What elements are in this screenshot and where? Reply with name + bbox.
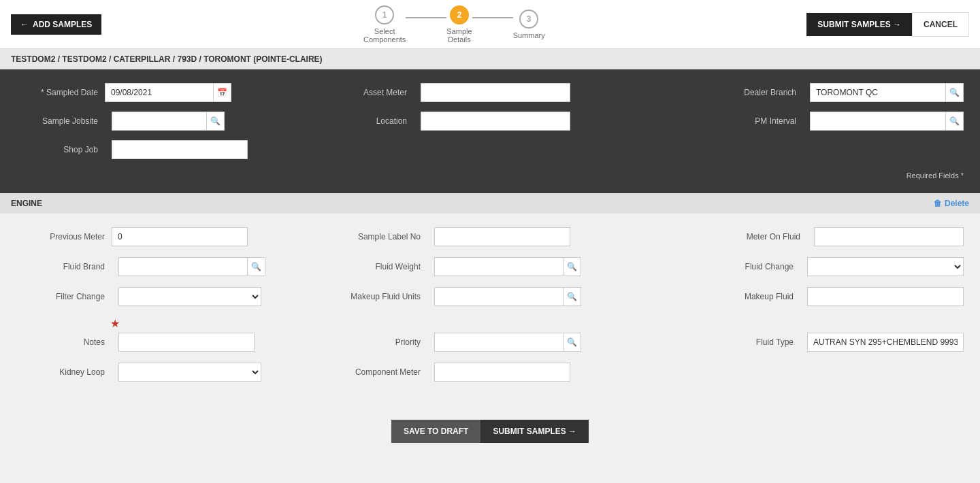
previous-meter-group: Previous Meter <box>16 227 332 246</box>
sampled-date-input-group: 📅 <box>105 83 231 102</box>
meter-on-fluid-input[interactable] <box>814 227 964 246</box>
shop-job-group: Shop Job <box>16 140 964 159</box>
step-3: 3 Summary <box>513 10 545 39</box>
engine-row-5: Kidney Loop Component Meter <box>16 363 964 382</box>
filter-change-label: Filter Change <box>16 292 105 301</box>
sampled-date-input[interactable] <box>105 83 214 102</box>
fluid-change-group: Fluid Change <box>648 257 964 276</box>
dealer-branch-search-icon[interactable]: 🔍 <box>946 83 964 102</box>
pm-interval-label: PM Interval <box>721 116 796 126</box>
bottom-bar: SAVE TO DRAFT SUBMIT SAMPLES → <box>0 406 980 456</box>
filter-change-select[interactable] <box>118 287 261 306</box>
engine-row-2: Fluid Brand 🔍 Fluid Weight 🔍 Fluid Chang… <box>16 257 964 276</box>
filter-change-group: Filter Change <box>16 287 332 306</box>
fluid-weight-label: Fluid Weight <box>332 262 421 271</box>
priority-search-icon[interactable]: 🔍 <box>564 333 581 352</box>
stepper: 1 SelectComponents 2 SampleDetails 3 Sum… <box>363 5 545 44</box>
component-meter-label: Component Meter <box>332 367 421 377</box>
makeup-fluid-units-label: Makeup Fluid Units <box>332 292 421 301</box>
priority-input[interactable] <box>434 333 564 352</box>
asset-meter-label: Asset Meter <box>332 88 407 97</box>
fluid-type-group: Fluid Type <box>648 333 964 352</box>
fluid-brand-group: Fluid Brand 🔍 <box>16 257 332 276</box>
makeup-fluid-units-search-icon[interactable]: 🔍 <box>564 287 581 306</box>
top-form-section: * Sampled Date 📅 Asset Meter Dealer Bran… <box>0 69 980 193</box>
dealer-branch-label: Dealer Branch <box>721 88 796 97</box>
required-note: Required Fields * <box>16 169 964 182</box>
sample-jobsite-search-icon[interactable]: 🔍 <box>207 112 225 131</box>
asset-meter-group: Asset Meter <box>332 83 648 102</box>
sample-label-no-input[interactable] <box>434 227 570 246</box>
fluid-brand-search-icon[interactable]: 🔍 <box>248 257 265 276</box>
fluid-type-input[interactable] <box>807 333 964 352</box>
submit-samples-button[interactable]: SUBMIT SAMPLES → <box>806 13 912 36</box>
fluid-change-select[interactable] <box>807 257 964 276</box>
kidney-loop-select[interactable] <box>118 363 261 382</box>
cancel-button[interactable]: CANCEL <box>912 12 969 37</box>
step-2-label: SampleDetails <box>446 27 472 44</box>
makeup-fluid-units-input[interactable] <box>434 287 564 306</box>
form-row-1: * Sampled Date 📅 Asset Meter Dealer Bran… <box>16 83 964 102</box>
pm-interval-search-icon[interactable]: 🔍 <box>946 112 964 131</box>
meter-on-fluid-group: Meter On Fluid <box>648 227 964 246</box>
pm-interval-input[interactable] <box>810 112 946 131</box>
sample-jobsite-group: Sample Jobsite 🔍 <box>16 112 332 131</box>
previous-meter-label: Previous Meter <box>16 232 105 242</box>
sample-label-no-label: Sample Label No <box>332 232 421 242</box>
step-3-circle: 3 <box>519 10 538 29</box>
engine-form-section: Previous Meter Sample Label No Meter On … <box>0 214 980 406</box>
component-meter-group: Component Meter <box>332 363 648 382</box>
pm-interval-group: PM Interval 🔍 <box>648 112 964 131</box>
kidney-loop-group: Kidney Loop <box>16 363 332 382</box>
step-connector-1 <box>406 17 446 18</box>
previous-meter-input[interactable] <box>112 227 248 246</box>
makeup-fluid-input[interactable] <box>807 287 964 306</box>
delete-link[interactable]: 🗑 Delete <box>934 199 969 208</box>
calendar-icon[interactable]: 📅 <box>214 83 231 102</box>
makeup-fluid-label: Makeup Fluid <box>712 292 794 301</box>
engine-row-3: Filter Change Makeup Fluid Units 🔍 Makeu… <box>16 287 964 306</box>
fluid-weight-search-icon[interactable]: 🔍 <box>564 257 581 276</box>
sample-jobsite-input[interactable] <box>112 112 207 131</box>
notes-label: Notes <box>16 337 105 347</box>
meter-on-fluid-label: Meter On Fluid <box>719 232 800 242</box>
sample-jobsite-label: Sample Jobsite <box>16 116 98 126</box>
fluid-change-label: Fluid Change <box>712 262 794 271</box>
save-draft-button[interactable]: SAVE TO DRAFT <box>391 420 481 443</box>
location-input[interactable] <box>421 112 570 131</box>
form-row-3: Shop Job <box>16 140 964 159</box>
trash-icon: 🗑 <box>934 199 942 208</box>
submit-bottom-button[interactable]: SUBMIT SAMPLES → <box>480 420 589 443</box>
star-icon: ★ <box>110 317 964 330</box>
step-3-label: Summary <box>513 31 545 39</box>
fluid-brand-input[interactable] <box>118 257 248 276</box>
location-group: Location <box>332 112 648 131</box>
step-connector-2 <box>472 17 513 18</box>
step-1-circle: 1 <box>375 5 394 24</box>
makeup-fluid-group: Makeup Fluid <box>648 287 964 306</box>
priority-label: Priority <box>332 337 421 347</box>
engine-header: ENGINE 🗑 Delete <box>0 193 980 214</box>
breadcrumb: TESTDOM2 / TESTDOM2 / CATERPILLAR / 793D… <box>0 49 980 69</box>
shop-job-input[interactable] <box>112 140 248 159</box>
notes-input[interactable] <box>118 333 255 352</box>
component-meter-input[interactable] <box>434 363 570 382</box>
dealer-branch-input[interactable] <box>810 83 946 102</box>
sample-jobsite-input-group: 🔍 <box>112 112 225 131</box>
add-samples-button[interactable]: ADD SAMPLES <box>11 14 101 35</box>
step-2: 2 SampleDetails <box>446 5 472 44</box>
step-1: 1 SelectComponents <box>363 5 406 44</box>
notes-group: Notes <box>16 333 332 352</box>
header-actions: SUBMIT SAMPLES → CANCEL <box>806 12 969 37</box>
engine-row-4: Notes Priority 🔍 Fluid Type <box>16 333 964 352</box>
asset-meter-input[interactable] <box>421 83 570 102</box>
location-label: Location <box>332 116 407 126</box>
dealer-branch-group: Dealer Branch 🔍 <box>648 83 964 102</box>
step-1-label: SelectComponents <box>363 27 406 44</box>
fluid-weight-input[interactable] <box>434 257 564 276</box>
sample-label-no-group: Sample Label No <box>332 227 648 246</box>
fluid-weight-group: Fluid Weight 🔍 <box>332 257 648 276</box>
sampled-date-label: * Sampled Date <box>16 88 98 97</box>
sampled-date-group: * Sampled Date 📅 <box>16 83 332 102</box>
kidney-loop-label: Kidney Loop <box>16 367 105 377</box>
